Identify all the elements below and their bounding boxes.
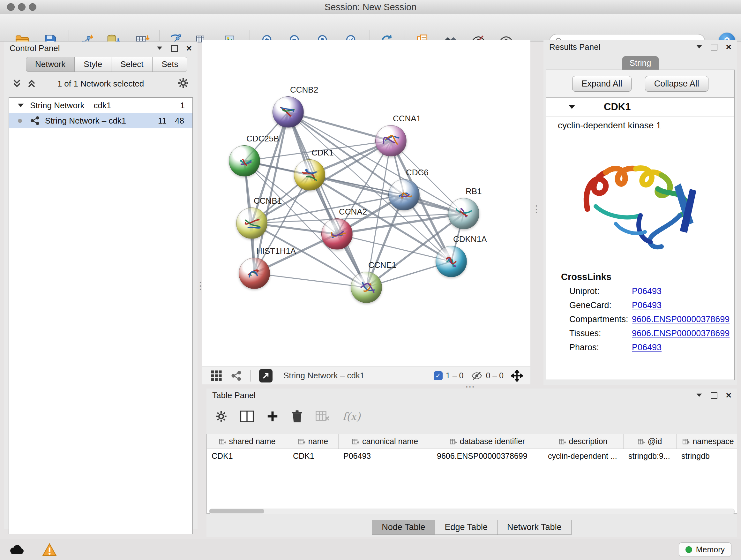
panel-collapse-icon[interactable]: [696, 45, 702, 49]
string-results-box: Expand All Collapse All CDK1 cyclin-depe…: [546, 70, 735, 380]
crosslink-label: Tissues:: [569, 328, 629, 338]
tab-string[interactable]: String: [622, 56, 659, 70]
table-gear-button[interactable]: [215, 410, 227, 423]
column-type-icon: [450, 439, 457, 444]
network-node-CDC25B[interactable]: [229, 145, 260, 177]
tab-network-table[interactable]: Network Table: [497, 520, 571, 535]
network-node-CCNE1[interactable]: [351, 272, 382, 303]
cloud-icon[interactable]: [8, 544, 25, 555]
crosslink-value-link[interactable]: P06493: [632, 287, 662, 296]
vertical-resize-handle[interactable]: ⋮: [196, 281, 205, 291]
delete-column-button[interactable]: [291, 410, 303, 423]
node-table: shared namenamecanonical namedatabase id…: [206, 434, 737, 514]
protein-structure-thumbnail: [452, 202, 475, 225]
protein-description: cyclin-dependent kinase 1: [558, 120, 734, 131]
crosslink-value-link[interactable]: 9606.ENSP00000378699: [632, 328, 730, 338]
table-cell: 9606.ENSP00000378699: [432, 449, 543, 463]
open-in-new-window-button[interactable]: [259, 369, 273, 382]
crosslink-value-link[interactable]: 9606.ENSP00000378699: [632, 314, 730, 324]
share-network-icon[interactable]: [231, 370, 242, 381]
control-panel-title: Control Panel: [10, 44, 60, 53]
table-horizontal-scrollbar[interactable]: [209, 509, 735, 514]
network-canvas[interactable]: CCNB2CCNA1CDC25BCDK1CDC6RB1CCNB1CCNA2CDK…: [202, 40, 530, 367]
panel-close-icon[interactable]: ×: [186, 44, 192, 53]
node-label-CDC6: CDC6: [406, 168, 428, 178]
node-label-CDK1: CDK1: [312, 148, 333, 158]
scrollbar-thumb[interactable]: [209, 509, 264, 513]
panel-close-icon[interactable]: ×: [726, 42, 731, 52]
column-header-description[interactable]: description: [543, 434, 623, 449]
network-edge[interactable]: [254, 273, 366, 287]
column-header-database-identifier[interactable]: database identifier: [432, 434, 543, 449]
network-row-selected[interactable]: String Network – cdk1 11 48: [9, 113, 192, 128]
add-column-button[interactable]: [266, 410, 279, 422]
network-edge[interactable]: [288, 112, 366, 287]
network-collection-row[interactable]: String Network – cdk1 1: [9, 98, 192, 113]
crosshair-icon[interactable]: [511, 370, 523, 381]
column-header-label: canonical name: [362, 437, 418, 446]
grid-view-icon[interactable]: [211, 370, 222, 381]
panel-collapse-icon[interactable]: [696, 393, 702, 397]
node-label-CDC25B: CDC25B: [246, 134, 279, 144]
tab-network[interactable]: Network: [26, 57, 75, 72]
table-cell: CDK1: [207, 449, 288, 463]
vertical-resize-handle[interactable]: ⋮: [532, 204, 541, 214]
control-panel-tabs: NetworkStyleSelectSets: [26, 57, 198, 72]
protein-section-header[interactable]: CDK1: [546, 98, 734, 117]
network-options-button[interactable]: [177, 77, 189, 90]
protein-section: CDK1 cyclin-dependent kinase 1: [546, 98, 734, 380]
network-row-label: String Network – cdk1: [45, 116, 126, 126]
memory-button[interactable]: Memory: [679, 543, 731, 557]
collapse-all-button[interactable]: Collapse All: [645, 76, 709, 91]
tab-select[interactable]: Select: [111, 57, 152, 72]
panel-close-icon[interactable]: ×: [726, 390, 731, 400]
network-node-HIST1H1A[interactable]: [239, 258, 270, 289]
column-header-name[interactable]: name: [288, 434, 339, 449]
tab-edge-table[interactable]: Edge Table: [434, 520, 497, 535]
network-node-CCNB1[interactable]: [236, 207, 267, 239]
statusbar-separator: [250, 370, 251, 381]
function-builder-button[interactable]: f(x): [342, 410, 360, 423]
table-panel: Table Panel × f(x) shared namenamecanoni…: [206, 388, 737, 537]
warning-icon[interactable]: [42, 543, 57, 556]
show-columns-button[interactable]: [240, 411, 254, 422]
tree-expand-triangle-icon[interactable]: [17, 103, 24, 108]
network-node-CDK1[interactable]: [294, 159, 325, 191]
column-header-shared-name[interactable]: shared name: [207, 434, 288, 449]
panel-float-icon[interactable]: [711, 44, 718, 51]
tab-style[interactable]: Style: [74, 57, 111, 72]
network-selected-status: 1 of 1 Network selected: [4, 79, 198, 89]
network-node-CCNA2[interactable]: [321, 219, 353, 250]
network-node-CDKN1A[interactable]: [435, 246, 467, 277]
delete-table-button-disabled[interactable]: [316, 411, 330, 422]
panel-float-icon[interactable]: [171, 45, 178, 52]
column-header-canonical-name[interactable]: canonical name: [339, 434, 432, 449]
table-row[interactable]: CDK1CDK1P064939606.ENSP00000378699cyclin…: [207, 449, 737, 463]
column-header-namespace[interactable]: namespace: [677, 434, 737, 449]
tab-sets[interactable]: Sets: [152, 57, 187, 72]
network-node-CCNB2[interactable]: [273, 97, 304, 128]
expand-all-button[interactable]: Expand All: [572, 76, 631, 91]
column-header--id[interactable]: @id: [623, 434, 677, 449]
tab-node-table[interactable]: Node Table: [372, 520, 435, 535]
column-type-icon: [298, 439, 306, 444]
bottom-statusbar: Memory: [0, 539, 741, 560]
panel-collapse-icon[interactable]: [156, 46, 163, 50]
network-node-CCNA1[interactable]: [375, 125, 407, 157]
panel-float-icon[interactable]: [711, 392, 718, 399]
crosslink-row: Compartments:9606.ENSP00000378699: [569, 314, 734, 324]
network-node-CDC6[interactable]: [388, 179, 420, 210]
crosslink-row: Pharos:P06493: [569, 343, 734, 353]
section-collapse-triangle-icon[interactable]: [568, 105, 576, 110]
crosslink-value-link[interactable]: P06493: [632, 343, 662, 353]
crosslink-label: Pharos:: [569, 343, 629, 353]
table-tabs: Node TableEdge TableNetwork Table: [206, 520, 737, 535]
hidden-eye-icon[interactable]: [471, 370, 482, 381]
protein-structure-thumbnail: [440, 250, 463, 273]
node-label-CDKN1A: CDKN1A: [453, 234, 487, 244]
selected-checkbox-icon[interactable]: ✓: [434, 371, 443, 380]
crosslink-value-link[interactable]: P06493: [632, 300, 662, 310]
node-label-CCNB1: CCNB1: [254, 196, 282, 206]
crosslink-row: GeneCard:P06493: [569, 300, 734, 310]
network-node-RB1[interactable]: [448, 198, 479, 229]
